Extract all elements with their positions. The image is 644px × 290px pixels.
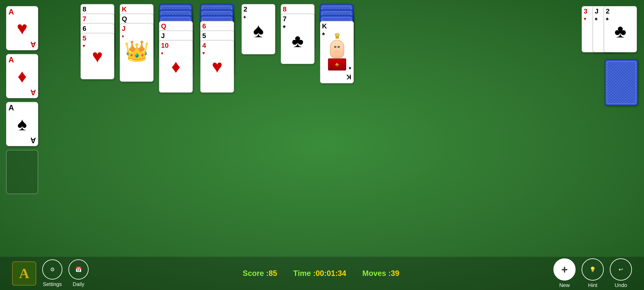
toolbar-right: + New 💡 Hint ↩ Undo [554,258,632,288]
new-label: New [559,282,570,288]
game-logo: A [12,261,36,285]
tableau-col-3[interactable]: Q♥ J♣ 10♦ ♦ [159,4,196,121]
new-icon-circle[interactable]: + [554,258,576,280]
settings-icon: ⚙ [50,266,55,273]
card-2s[interactable]: 2♠ ♠ [242,4,275,54]
undo-label: Undo [614,282,627,288]
new-icon: + [561,263,568,276]
waste-card-2c[interactable]: 2♣ ♣ [604,6,637,52]
card-10d[interactable]: 10♦ ♦ [159,40,193,93]
moves-value: 39 [391,269,399,277]
card-7c[interactable]: 7♣ ♣ [281,14,314,64]
foundation-2-rank: A [8,56,36,64]
time-label: Time : [293,269,316,277]
score-value: 85 [269,269,277,277]
tableau-col-5[interactable]: 2♠ ♠ [242,4,277,75]
settings-button[interactable]: ⚙ Settings [42,259,62,287]
new-button[interactable]: + New [554,258,576,288]
foundation-3[interactable]: A ♠ A [6,102,38,146]
daily-label: Daily [73,281,84,287]
foundation-area: A ♥ A A ♦ A A ♠ A [6,6,38,194]
foundation-2-suit: ♦ [18,67,27,85]
foundation-1-suit: ♥ [17,19,27,37]
toolbar: A ⚙ Settings 📅 Daily Score :85 Time :00:… [0,257,644,290]
foundation-1-rank: A [8,8,36,16]
stock-pile[interactable] [605,59,638,106]
card-jd[interactable]: J♦ 👑 [120,23,154,82]
moves-label: Moves : [362,269,391,277]
settings-label: Settings [43,281,62,287]
toolbar-left: A ⚙ Settings 📅 Daily [12,259,88,287]
waste-pile[interactable]: 3♥ J♣ 2♣ ♣ [582,6,638,53]
foundation-1[interactable]: A ♥ A [6,6,38,50]
score-area: Score :85 Time :00:01:34 Moves :39 [88,269,554,278]
tableau-col-7[interactable]: K♣ ♛ 👁 👁 ____ ♣ [320,4,357,121]
score-display: Score :85 [243,269,277,278]
card-5h[interactable]: 5♥ ♥ [80,33,114,79]
moves-display: Moves :39 [362,269,399,278]
undo-icon-circle[interactable]: ↩ [610,258,632,280]
undo-button[interactable]: ↩ Undo [610,258,632,288]
tableau-area: 8♠ 7♦ 6♠ 5♥ ♥ K♥ Q♠ J♦ [80,4,357,121]
hint-label: Hint [588,282,597,288]
score-label: Score : [243,269,269,277]
daily-button[interactable]: 📅 Daily [68,259,88,287]
foundation-3-rank: A [8,104,36,112]
tableau-col-2[interactable]: K♥ Q♠ J♦ 👑 [120,4,155,121]
foundation-2[interactable]: A ♦ A [6,54,38,98]
settings-icon-circle[interactable]: ⚙ [42,259,62,279]
time-display: Time :00:01:34 [293,269,346,278]
hint-icon-circle[interactable]: 💡 [582,258,604,280]
tableau-col-1[interactable]: 8♠ 7♦ 6♠ 5♥ ♥ [80,4,116,109]
card-4h[interactable]: 4♥ ♥ [200,40,234,93]
hint-button[interactable]: 💡 Hint [582,258,604,288]
time-value: 00:01:34 [316,269,346,277]
tableau-col-6[interactable]: 8♦ 7♣ ♣ [281,4,316,85]
daily-icon: 📅 [75,266,82,273]
foundation-3-suit: ♠ [17,115,27,133]
daily-icon-circle[interactable]: 📅 [68,259,88,279]
stock-area: 3♥ J♣ 2♣ ♣ [582,6,638,106]
tableau-col-4[interactable]: 6♥ 5♠ 4♥ ♥ [200,4,238,121]
undo-icon: ↩ [619,266,623,273]
card-kc[interactable]: K♣ ♛ 👁 👁 ____ ♣ [320,21,354,83]
foundation-4[interactable] [6,150,38,194]
hint-icon: 💡 [590,266,596,273]
